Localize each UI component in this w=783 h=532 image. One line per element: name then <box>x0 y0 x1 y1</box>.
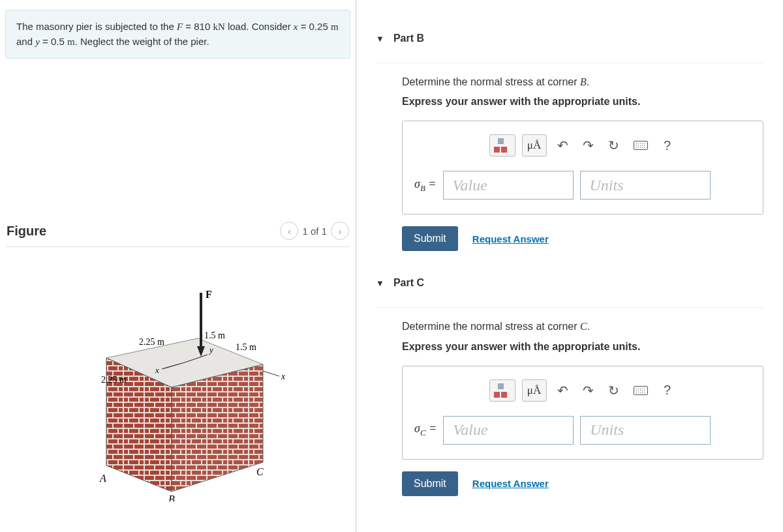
figure-prev-button[interactable]: ‹ <box>280 222 298 240</box>
part-b-section: ▼ Part B Determine the normal stress at … <box>376 26 763 251</box>
help-button[interactable]: ? <box>658 134 677 156</box>
unit-kN: kN <box>213 22 224 32</box>
templates-button[interactable] <box>489 379 515 402</box>
part-c-title: Part C <box>393 277 424 289</box>
undo-button[interactable]: ↶ <box>553 379 572 402</box>
templates-icon <box>494 138 511 153</box>
dim-top-r1: 1.5 m <box>204 331 225 340</box>
figure-section: Figure ‹ 1 of 1 › <box>0 222 356 501</box>
part-b-input-row: σB = Value Units <box>414 171 751 200</box>
figure-nav: ‹ 1 of 1 › <box>280 222 349 240</box>
units-button[interactable]: μÅ <box>522 134 547 156</box>
part-c-answer-area: μÅ ↶ ↷ ↻ ? σC = Value Units <box>402 366 763 460</box>
units-button[interactable]: μÅ <box>522 379 547 402</box>
figure-title: Figure <box>7 224 46 239</box>
keyboard-button[interactable] <box>630 379 652 402</box>
problem-text: The masonry pier is subjected to the <box>16 21 177 32</box>
left-panel: The masonry pier is subjected to the F =… <box>0 0 356 532</box>
part-c-actions: Submit Request Answer <box>402 471 763 496</box>
keyboard-icon <box>634 386 648 395</box>
var-F: F <box>177 22 183 32</box>
problem-statement: The masonry pier is subjected to the F =… <box>5 10 350 59</box>
part-c-value-input[interactable]: Value <box>443 416 574 445</box>
axis-y-label: y <box>208 345 213 355</box>
part-b-submit-button[interactable]: Submit <box>402 226 458 251</box>
part-b-header[interactable]: ▼ Part B <box>376 26 763 63</box>
var-y: y <box>35 37 40 47</box>
part-c-submit-button[interactable]: Submit <box>402 471 458 496</box>
corner-C: C <box>256 466 264 477</box>
part-c-prompt: Determine the normal stress at corner C. <box>402 319 763 334</box>
part-c-body: Determine the normal stress at corner C.… <box>376 308 763 495</box>
part-c-toolbar: μÅ ↶ ↷ ↻ ? <box>414 379 751 402</box>
help-button[interactable]: ? <box>658 379 677 402</box>
part-b-request-answer[interactable]: Request Answer <box>472 233 549 244</box>
redo-button[interactable]: ↷ <box>579 379 598 402</box>
part-b-value-input[interactable]: Value <box>443 171 574 200</box>
var-x: x <box>294 22 298 32</box>
part-b-units-input[interactable]: Units <box>580 171 711 200</box>
corner-B: B <box>168 494 175 501</box>
undo-button[interactable]: ↶ <box>553 134 572 156</box>
figure-nav-label: 1 of 1 <box>302 226 327 237</box>
part-b-title: Part B <box>393 33 424 44</box>
force-label: F <box>206 289 212 300</box>
redo-button[interactable]: ↷ <box>579 134 598 156</box>
right-panel: ▼ Part B Determine the normal stress at … <box>356 0 783 532</box>
part-b-prompt: Determine the normal stress at corner B. <box>402 75 763 89</box>
svg-text:x: x <box>281 372 286 381</box>
sigma-b-label: σB = <box>414 177 437 194</box>
part-b-body: Determine the normal stress at corner B.… <box>376 63 763 251</box>
caret-down-icon: ▼ <box>376 34 384 44</box>
reset-button[interactable]: ↻ <box>604 379 623 402</box>
sigma-c-label: σC = <box>414 422 437 438</box>
part-b-actions: Submit Request Answer <box>402 226 763 251</box>
figure-next-button[interactable]: › <box>331 222 349 240</box>
dim-top-r2: 1.5 m <box>236 342 256 352</box>
templates-icon <box>494 383 511 398</box>
part-b-toolbar: μÅ ↶ ↷ ↻ ? <box>414 134 751 156</box>
part-c-instruction: Express your answer with the appropriate… <box>402 341 763 353</box>
svg-line-13 <box>263 371 279 376</box>
reset-button[interactable]: ↻ <box>604 134 623 156</box>
part-c-header[interactable]: ▼ Part C <box>376 271 763 308</box>
corner-A: A <box>99 473 106 484</box>
svg-marker-8 <box>172 364 263 492</box>
keyboard-icon <box>634 141 648 150</box>
part-c-input-row: σC = Value Units <box>414 416 751 445</box>
keyboard-button[interactable] <box>630 134 652 156</box>
figure-image: x y F 2.25 m 2.25 m 1.5 m 1.5 m x A B C <box>7 267 349 501</box>
part-b-instruction: Express your answer with the appropriate… <box>402 96 763 108</box>
caret-down-icon: ▼ <box>376 278 384 288</box>
part-c-request-answer[interactable]: Request Answer <box>472 478 549 489</box>
figure-header: Figure ‹ 1 of 1 › <box>7 222 349 247</box>
part-c-section: ▼ Part C Determine the normal stress at … <box>376 271 763 495</box>
dim-top-left: 2.25 m <box>139 337 164 347</box>
dim-left: 2.25 m <box>101 375 127 385</box>
part-c-units-input[interactable]: Units <box>580 416 711 445</box>
part-b-answer-area: μÅ ↶ ↷ ↻ ? σB = Value Units <box>402 121 763 214</box>
axis-x-label: x <box>155 365 159 375</box>
templates-button[interactable] <box>489 134 515 156</box>
